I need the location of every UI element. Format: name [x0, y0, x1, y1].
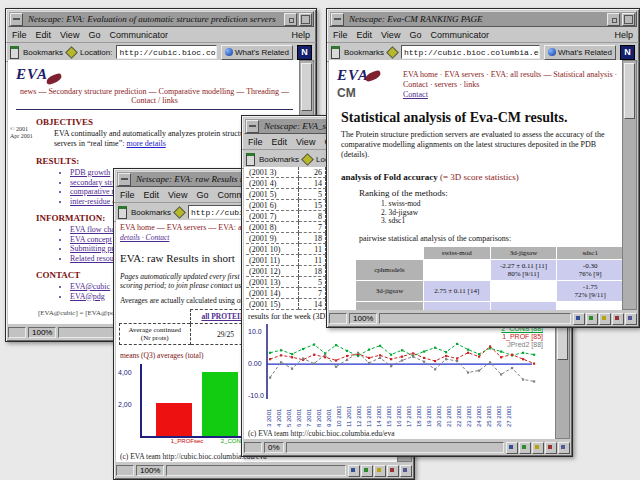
x-axis-label: 21 2001 [446, 401, 452, 427]
menu-item[interactable]: Go [409, 30, 421, 40]
ranking-item[interactable]: 3. sdsc1 [381, 217, 624, 226]
page-content: EVA CM EVA home · EVA servers · EVA: all… [329, 60, 624, 310]
svg-text:0.00: 0.00 [248, 360, 262, 367]
menu-help[interactable]: Help [614, 30, 633, 40]
more-details-link[interactable]: more details [126, 139, 165, 148]
row-header: 3d-jigsaw [356, 280, 424, 301]
menu-item[interactable]: Communicator [430, 30, 489, 40]
security-icon[interactable] [116, 465, 134, 476]
menu-item[interactable]: View [168, 190, 187, 200]
window-title: Netscape: Eva-CM RANKING PAGE [346, 14, 605, 24]
location-icon [173, 206, 186, 219]
menu-item[interactable]: File [12, 30, 27, 40]
window-menu-button[interactable] [10, 13, 23, 26]
menu-item[interactable]: Edit [36, 30, 52, 40]
menu-item[interactable]: View [60, 30, 79, 40]
url-field[interactable]: http://cubic.bioc.columbia.edu/eva/cm/re… [401, 45, 540, 59]
week-cell: (2001 15) [246, 299, 299, 310]
component-bar[interactable] [573, 313, 637, 325]
bookmarks-icon[interactable] [10, 46, 19, 59]
window-title: Netscape: EVA: Evaluation of automatic s… [25, 14, 282, 24]
menu-item[interactable]: Communicator [109, 30, 168, 40]
vertical-scrollbar[interactable] [622, 60, 637, 310]
globe-icon [548, 48, 556, 56]
page-title: Statistical analysis of Eva-CM results. [341, 110, 624, 126]
scrollbar-thumb[interactable] [301, 63, 312, 111]
ranking-item[interactable]: 2. 3d-jigsaw [381, 209, 624, 218]
minimize-button[interactable] [284, 13, 297, 26]
x-axis-label: 15 2001 [386, 401, 392, 427]
whats-related-button[interactable]: What's Related [544, 45, 616, 60]
menu-item[interactable]: View [381, 30, 400, 40]
component-bar[interactable] [506, 442, 570, 454]
legend-entry[interactable]: 1_PROF [85] [501, 333, 543, 341]
bookmarks-button[interactable]: Bookmarks [344, 48, 384, 57]
security-icon[interactable] [8, 327, 26, 338]
window-eva-cm: Netscape: Eva-CM RANKING PAGE FileEditVi… [326, 8, 640, 328]
component-bar[interactable] [348, 465, 412, 477]
bookmarks-button[interactable]: Bookmarks [259, 155, 299, 164]
bookmarks-icon[interactable] [331, 46, 340, 59]
x-axis-label: 13 2001 [366, 401, 372, 427]
top-nav[interactable]: news — Secondary structure prediction — … [8, 87, 301, 105]
titlebar[interactable]: Netscape: Eva-CM RANKING PAGE [329, 11, 637, 27]
window-menu-button[interactable] [331, 13, 344, 26]
legend-entry[interactable]: JPred2 [88] [501, 341, 543, 349]
count-cell: 14 [299, 178, 326, 189]
x-axis-label: 4 2001 [276, 401, 282, 427]
netscape-throbber[interactable]: N [620, 45, 635, 60]
count-cell: 11 [299, 244, 326, 255]
netscape-throbber[interactable]: N [297, 45, 312, 60]
maximize-button[interactable] [622, 13, 635, 26]
menu-help[interactable]: Help [291, 30, 310, 40]
x-axis-label: 9 2001 [326, 401, 332, 427]
scrollbar-thumb[interactable] [624, 63, 635, 119]
fold-accuracy-heading: analysis of Fold accuracy [341, 172, 438, 182]
menu-item[interactable]: File [120, 190, 135, 200]
location-label: Location: [80, 48, 112, 57]
maximize-button[interactable] [299, 13, 312, 26]
status-bar: 100% [116, 464, 412, 477]
bookmarks-button[interactable]: Bookmarks [23, 48, 63, 57]
window-menu-button[interactable] [118, 173, 131, 186]
x-axis-label: 25 2001 [486, 401, 492, 427]
minimize-button[interactable] [607, 13, 620, 26]
x-axis-label: 19 2001 [426, 401, 432, 427]
bookmarks-icon[interactable] [246, 153, 255, 166]
menu-item[interactable]: File [333, 30, 348, 40]
count-cell: 26 [299, 167, 326, 178]
bookmarks-icon[interactable] [118, 206, 127, 219]
bookmarks-button[interactable]: Bookmarks [131, 208, 171, 217]
menu-item[interactable]: Edit [357, 30, 373, 40]
menu-item[interactable]: File [248, 137, 263, 147]
week-cell: (2001 12) [246, 266, 299, 277]
stat-cell: -1.75 72% [9/11] [557, 280, 624, 301]
security-icon[interactable] [329, 313, 347, 324]
pairwise-stats-table: swiss-mod3d-jigsawsdsc1 cphmodels -2.27 … [355, 246, 624, 311]
menu-item[interactable]: View [296, 137, 315, 147]
url-field[interactable]: http://cubic.bioc.columbia.edu/eva/ [116, 45, 217, 59]
intro-text: The Protein structure prediction servers… [341, 130, 610, 160]
contact-link[interactable]: Contact [403, 90, 618, 100]
whats-related-button[interactable]: What's Related [221, 45, 293, 60]
globe-icon [225, 48, 233, 56]
stat-cell: -0.30 76% [9] [557, 259, 624, 280]
menu-item[interactable]: Go [196, 190, 208, 200]
progress-text: 100% [136, 465, 164, 476]
titlebar[interactable]: Netscape: EVA: Evaluation of automatic s… [8, 11, 314, 27]
window-menu-button[interactable] [246, 120, 259, 133]
menu-item[interactable]: Edit [144, 190, 160, 200]
top-nav[interactable]: EVA home · EVA servers · EVA: all result… [403, 70, 618, 90]
week-cell: (2001 14) [246, 288, 299, 299]
progress-text: 100% [349, 313, 377, 324]
x-axis-label: 23 2001 [466, 401, 472, 427]
menu-item[interactable]: Go [88, 30, 100, 40]
menu-item[interactable]: Edit [272, 137, 288, 147]
y-axis-label: 4,00 [118, 369, 132, 376]
bar-chart-title: means (Q3) averages (total) [120, 351, 204, 360]
table-header-link[interactable] [120, 310, 191, 324]
x-axis-label: 11 2001 [346, 401, 352, 427]
stat-cell [490, 280, 557, 301]
security-icon[interactable] [244, 442, 262, 453]
row-header: sdsc1 [356, 301, 424, 310]
